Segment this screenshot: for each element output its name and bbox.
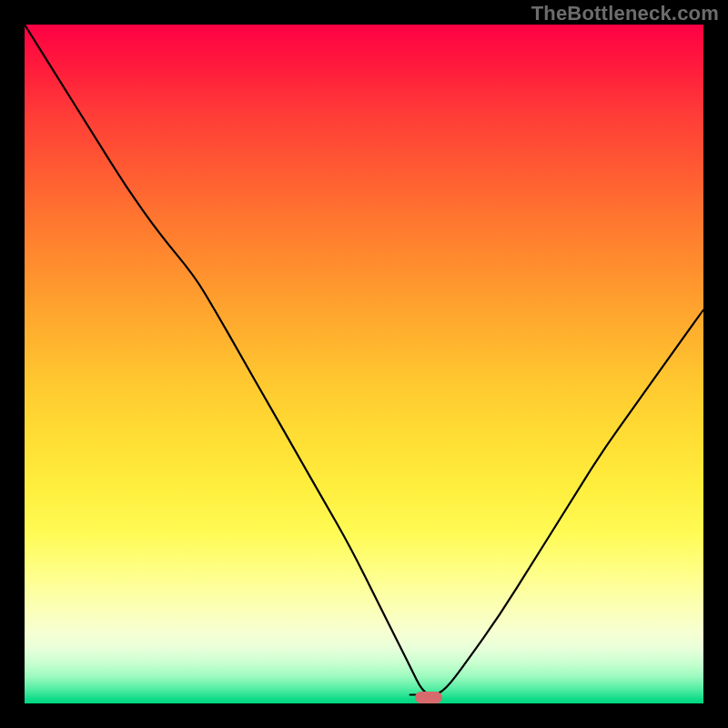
plot-area <box>25 25 703 703</box>
optimum-marker <box>415 692 442 703</box>
bottleneck-curve <box>25 25 703 703</box>
chart-frame: TheBottleneck.com <box>0 0 728 728</box>
watermark-text: TheBottleneck.com <box>531 2 719 25</box>
